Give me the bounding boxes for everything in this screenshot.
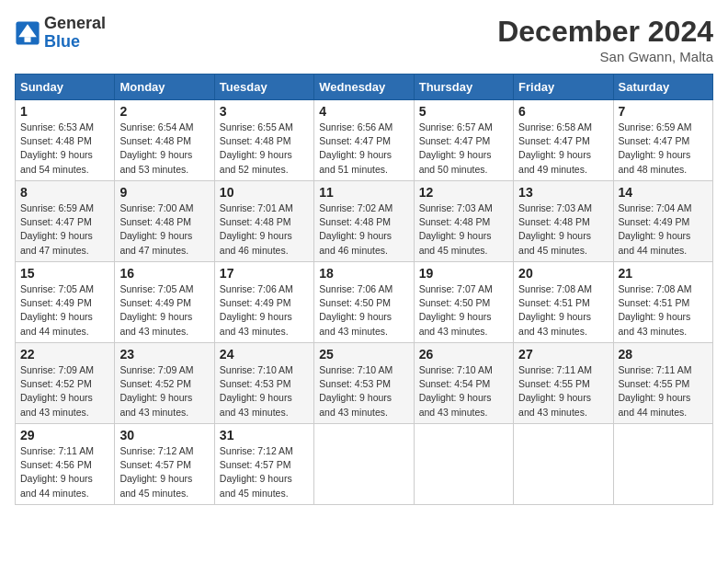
calendar-day-cell: 24Sunrise: 7:10 AMSunset: 4:53 PMDayligh… bbox=[214, 343, 313, 424]
day-number: 19 bbox=[419, 266, 508, 281]
calendar-day-cell: 2Sunrise: 6:54 AMSunset: 4:48 PMDaylight… bbox=[115, 100, 214, 181]
day-info: Sunrise: 7:08 AMSunset: 4:51 PMDaylight:… bbox=[619, 282, 708, 339]
calendar-day-cell: 10Sunrise: 7:01 AMSunset: 4:48 PMDayligh… bbox=[214, 181, 313, 262]
logo-text: General Blue bbox=[44, 15, 106, 52]
weekday-header-cell: Tuesday bbox=[214, 75, 313, 100]
day-info: Sunrise: 7:12 AMSunset: 4:57 PMDaylight:… bbox=[119, 444, 209, 500]
day-number: 18 bbox=[319, 266, 408, 281]
day-number: 9 bbox=[119, 185, 209, 200]
weekday-header-cell: Wednesday bbox=[314, 75, 414, 100]
day-info: Sunrise: 7:03 AMSunset: 4:48 PMDaylight:… bbox=[419, 201, 508, 258]
day-info: Sunrise: 6:59 AMSunset: 4:47 PMDaylight:… bbox=[619, 121, 708, 177]
day-info: Sunrise: 6:56 AMSunset: 4:47 PMDaylight:… bbox=[319, 121, 408, 177]
calendar-day-cell: 28Sunrise: 7:11 AMSunset: 4:55 PMDayligh… bbox=[613, 343, 712, 424]
calendar-day-cell: 30Sunrise: 7:12 AMSunset: 4:57 PMDayligh… bbox=[115, 424, 214, 505]
weekday-header-cell: Monday bbox=[115, 75, 214, 100]
svg-rect-2 bbox=[25, 37, 31, 42]
day-number: 15 bbox=[20, 266, 109, 281]
day-number: 31 bbox=[220, 428, 309, 442]
day-number: 24 bbox=[220, 347, 309, 362]
calendar-week-row: 1Sunrise: 6:53 AMSunset: 4:48 PMDaylight… bbox=[16, 100, 713, 181]
day-number: 8 bbox=[20, 185, 109, 200]
day-number: 1 bbox=[20, 104, 109, 119]
day-info: Sunrise: 6:59 AMSunset: 4:47 PMDaylight:… bbox=[20, 201, 109, 258]
day-number: 25 bbox=[319, 347, 408, 362]
calendar-day-cell: 22Sunrise: 7:09 AMSunset: 4:52 PMDayligh… bbox=[16, 343, 115, 424]
logo-icon bbox=[15, 20, 40, 46]
calendar-day-cell: 15Sunrise: 7:05 AMSunset: 4:49 PMDayligh… bbox=[16, 262, 115, 343]
calendar-day-cell: 27Sunrise: 7:11 AMSunset: 4:55 PMDayligh… bbox=[514, 343, 613, 424]
day-info: Sunrise: 7:06 AMSunset: 4:49 PMDaylight:… bbox=[220, 282, 309, 339]
day-number: 4 bbox=[319, 104, 408, 119]
calendar-day-cell: 25Sunrise: 7:10 AMSunset: 4:53 PMDayligh… bbox=[314, 343, 414, 424]
calendar-day-cell: 19Sunrise: 7:07 AMSunset: 4:50 PMDayligh… bbox=[414, 262, 513, 343]
month-title: December 2024 bbox=[497, 15, 713, 49]
calendar-day-cell bbox=[514, 424, 613, 505]
calendar-day-cell: 12Sunrise: 7:03 AMSunset: 4:48 PMDayligh… bbox=[414, 181, 513, 262]
day-info: Sunrise: 7:11 AMSunset: 4:55 PMDaylight:… bbox=[619, 363, 708, 419]
calendar-day-cell: 31Sunrise: 7:12 AMSunset: 4:57 PMDayligh… bbox=[214, 424, 313, 505]
calendar-day-cell: 14Sunrise: 7:04 AMSunset: 4:49 PMDayligh… bbox=[613, 181, 712, 262]
weekday-header-cell: Sunday bbox=[16, 75, 115, 100]
day-info: Sunrise: 7:06 AMSunset: 4:50 PMDaylight:… bbox=[319, 282, 408, 339]
day-number: 23 bbox=[119, 347, 209, 362]
day-info: Sunrise: 6:55 AMSunset: 4:48 PMDaylight:… bbox=[220, 121, 309, 177]
calendar-day-cell: 26Sunrise: 7:10 AMSunset: 4:54 PMDayligh… bbox=[414, 343, 513, 424]
calendar-day-cell: 5Sunrise: 6:57 AMSunset: 4:47 PMDaylight… bbox=[414, 100, 513, 181]
day-info: Sunrise: 7:07 AMSunset: 4:50 PMDaylight:… bbox=[419, 282, 508, 339]
day-number: 6 bbox=[518, 104, 608, 119]
weekday-header-cell: Saturday bbox=[613, 75, 712, 100]
calendar-week-row: 15Sunrise: 7:05 AMSunset: 4:49 PMDayligh… bbox=[16, 262, 713, 343]
calendar-day-cell: 13Sunrise: 7:03 AMSunset: 4:48 PMDayligh… bbox=[514, 181, 613, 262]
calendar-day-cell: 1Sunrise: 6:53 AMSunset: 4:48 PMDaylight… bbox=[16, 100, 115, 181]
weekday-header-row: SundayMondayTuesdayWednesdayThursdayFrid… bbox=[16, 75, 713, 100]
day-number: 5 bbox=[419, 104, 508, 119]
day-number: 30 bbox=[119, 428, 209, 442]
calendar-day-cell: 9Sunrise: 7:00 AMSunset: 4:48 PMDaylight… bbox=[115, 181, 214, 262]
day-number: 21 bbox=[619, 266, 708, 281]
calendar-day-cell: 4Sunrise: 6:56 AMSunset: 4:47 PMDaylight… bbox=[314, 100, 414, 181]
day-info: Sunrise: 7:03 AMSunset: 4:48 PMDaylight:… bbox=[518, 201, 608, 258]
day-info: Sunrise: 6:57 AMSunset: 4:47 PMDaylight:… bbox=[419, 121, 508, 177]
day-number: 12 bbox=[419, 185, 508, 200]
calendar-day-cell: 23Sunrise: 7:09 AMSunset: 4:52 PMDayligh… bbox=[115, 343, 214, 424]
day-info: Sunrise: 7:09 AMSunset: 4:52 PMDaylight:… bbox=[119, 363, 209, 419]
day-info: Sunrise: 6:58 AMSunset: 4:47 PMDaylight:… bbox=[518, 121, 608, 177]
day-number: 29 bbox=[20, 428, 109, 442]
calendar-day-cell bbox=[613, 424, 712, 505]
day-number: 17 bbox=[220, 266, 309, 281]
day-number: 14 bbox=[619, 185, 708, 200]
calendar-day-cell: 3Sunrise: 6:55 AMSunset: 4:48 PMDaylight… bbox=[214, 100, 313, 181]
day-info: Sunrise: 7:12 AMSunset: 4:57 PMDaylight:… bbox=[220, 444, 309, 500]
day-number: 16 bbox=[119, 266, 209, 281]
day-number: 20 bbox=[518, 266, 608, 281]
day-info: Sunrise: 7:04 AMSunset: 4:49 PMDaylight:… bbox=[619, 201, 708, 258]
page-header: General Blue December 2024 San Gwann, Ma… bbox=[15, 15, 713, 64]
calendar-day-cell bbox=[414, 424, 513, 505]
calendar-week-row: 29Sunrise: 7:11 AMSunset: 4:56 PMDayligh… bbox=[16, 424, 713, 505]
day-info: Sunrise: 7:11 AMSunset: 4:55 PMDaylight:… bbox=[518, 363, 608, 419]
calendar-day-cell: 18Sunrise: 7:06 AMSunset: 4:50 PMDayligh… bbox=[314, 262, 414, 343]
day-number: 10 bbox=[220, 185, 309, 200]
calendar-day-cell: 17Sunrise: 7:06 AMSunset: 4:49 PMDayligh… bbox=[214, 262, 313, 343]
calendar-body: 1Sunrise: 6:53 AMSunset: 4:48 PMDaylight… bbox=[16, 100, 713, 505]
day-info: Sunrise: 6:54 AMSunset: 4:48 PMDaylight:… bbox=[119, 121, 209, 177]
day-info: Sunrise: 7:10 AMSunset: 4:53 PMDaylight:… bbox=[319, 363, 408, 419]
day-info: Sunrise: 7:10 AMSunset: 4:53 PMDaylight:… bbox=[220, 363, 309, 419]
day-info: Sunrise: 7:02 AMSunset: 4:48 PMDaylight:… bbox=[319, 201, 408, 258]
day-info: Sunrise: 6:53 AMSunset: 4:48 PMDaylight:… bbox=[20, 121, 109, 177]
day-number: 7 bbox=[619, 104, 708, 119]
day-number: 11 bbox=[319, 185, 408, 200]
calendar-day-cell: 21Sunrise: 7:08 AMSunset: 4:51 PMDayligh… bbox=[613, 262, 712, 343]
day-number: 22 bbox=[20, 347, 109, 362]
day-info: Sunrise: 7:05 AMSunset: 4:49 PMDaylight:… bbox=[119, 282, 209, 339]
day-number: 3 bbox=[220, 104, 309, 119]
logo-general-label: General bbox=[44, 15, 106, 33]
calendar-day-cell: 7Sunrise: 6:59 AMSunset: 4:47 PMDaylight… bbox=[613, 100, 712, 181]
calendar-day-cell: 20Sunrise: 7:08 AMSunset: 4:51 PMDayligh… bbox=[514, 262, 613, 343]
day-info: Sunrise: 7:10 AMSunset: 4:54 PMDaylight:… bbox=[419, 363, 508, 419]
day-info: Sunrise: 7:08 AMSunset: 4:51 PMDaylight:… bbox=[518, 282, 608, 339]
calendar-day-cell: 8Sunrise: 6:59 AMSunset: 4:47 PMDaylight… bbox=[16, 181, 115, 262]
day-number: 2 bbox=[119, 104, 209, 119]
day-info: Sunrise: 7:00 AMSunset: 4:48 PMDaylight:… bbox=[119, 201, 209, 258]
